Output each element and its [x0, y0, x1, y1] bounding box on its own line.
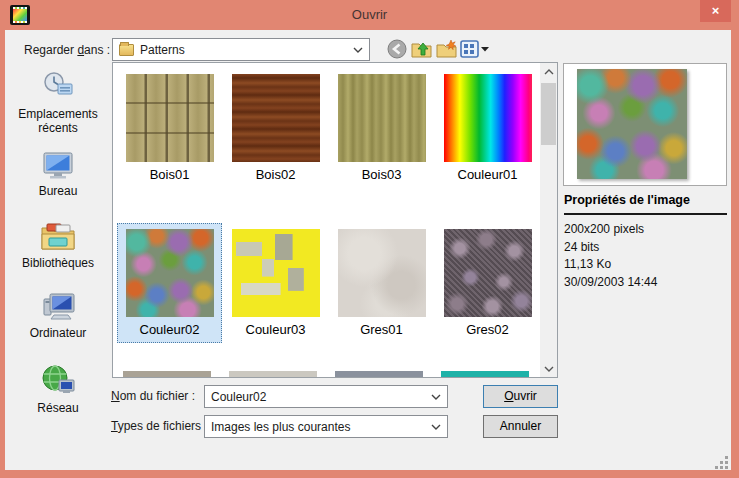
up-folder-icon	[411, 39, 432, 59]
file-name: Bois02	[229, 167, 322, 182]
chevron-down-icon	[431, 394, 441, 400]
close-button[interactable]: ×	[700, 0, 731, 22]
file-thumbnail-gres01	[338, 229, 426, 317]
dialog-body: Regarder dans : Patterns	[5, 30, 731, 470]
file-thumbnail-couleur01	[444, 74, 532, 162]
property-date: 30/09/2003 14:44	[564, 274, 727, 292]
chevron-down-icon	[353, 47, 363, 53]
partial-thumbnail[interactable]	[335, 371, 423, 378]
new-folder-icon	[436, 39, 457, 59]
preview-box	[563, 63, 727, 186]
file-item-selected[interactable]: Couleur02	[117, 223, 222, 343]
scrollbar-thumb[interactable]	[541, 83, 556, 145]
desktop-icon	[41, 151, 75, 181]
scroll-down-button[interactable]	[540, 360, 557, 377]
property-file-size: 11,13 Ko	[564, 256, 727, 274]
back-icon	[387, 39, 407, 59]
file-item[interactable]: Bois01	[117, 68, 222, 188]
sidebar-item-label: Ordinateur	[8, 326, 108, 340]
computer-icon	[40, 291, 76, 323]
partial-thumbnail[interactable]	[123, 371, 211, 378]
filetype-label: Types de fichiers :	[111, 415, 208, 438]
resize-grip[interactable]	[715, 456, 728, 469]
file-list[interactable]: Bois01 Bois02 Bois03 Couleur01 Couleur02…	[112, 62, 558, 378]
file-thumbnail-bois01	[126, 74, 214, 162]
close-icon: ×	[712, 3, 720, 18]
file-name: Couleur01	[441, 167, 534, 182]
filename-input[interactable]: Couleur02	[204, 385, 448, 408]
file-thumbnail-couleur02	[126, 229, 214, 317]
file-item[interactable]: Gres02	[435, 223, 540, 343]
sidebar-item-network[interactable]: Réseau	[8, 364, 108, 415]
title-bar[interactable]: Ouvrir ×	[0, 0, 739, 30]
file-name: Couleur03	[229, 322, 322, 337]
file-name: Bois01	[123, 167, 216, 182]
chevron-down-icon	[544, 366, 554, 372]
sidebar-item-label: Bureau	[8, 184, 108, 198]
file-name: Couleur02	[123, 322, 216, 337]
up-one-level-button[interactable]	[410, 38, 432, 60]
sidebar-item-libraries[interactable]: Bibliothèques	[8, 221, 108, 270]
filetype-value: Images les plus courantes	[211, 420, 350, 434]
sidebar-item-label: Réseau	[8, 401, 108, 415]
properties-heading: Propriétés de l'image	[564, 193, 727, 207]
file-item[interactable]: Couleur01	[435, 68, 540, 188]
file-thumbnail-bois02	[232, 74, 320, 162]
look-in-label: Regarder dans :	[24, 43, 110, 57]
folder-icon	[119, 44, 134, 56]
sidebar-item-label: Bibliothèques	[8, 256, 108, 270]
filename-value: Couleur02	[211, 390, 266, 404]
view-menu-icon	[460, 40, 479, 58]
partial-thumbnail[interactable]	[229, 371, 317, 378]
open-dialog-window: Ouvrir × Regarder dans : Patterns	[0, 0, 739, 478]
property-bit-depth: 24 bits	[564, 239, 727, 257]
open-button[interactable]: Ouvrir	[483, 385, 558, 408]
vertical-scrollbar[interactable]	[540, 63, 557, 377]
property-dimensions: 200x200 pixels	[564, 221, 727, 239]
view-menu-button[interactable]	[459, 38, 491, 60]
file-item[interactable]: Bois02	[223, 68, 328, 188]
properties-divider	[564, 213, 727, 215]
chevron-up-icon	[544, 69, 554, 75]
sidebar-item-desktop[interactable]: Bureau	[8, 151, 108, 198]
file-name: Bois03	[335, 167, 428, 182]
back-button[interactable]	[386, 38, 408, 60]
properties-list: 200x200 pixels 24 bits 11,13 Ko 30/09/20…	[564, 221, 727, 291]
window-title: Ouvrir	[0, 0, 739, 30]
chevron-down-icon	[431, 424, 441, 430]
look-in-value: Patterns	[140, 43, 185, 57]
scroll-up-button[interactable]	[540, 63, 557, 80]
look-in-dropdown[interactable]: Patterns	[112, 38, 370, 61]
sidebar-item-computer[interactable]: Ordinateur	[8, 291, 108, 340]
file-thumbnail-gres02	[444, 229, 532, 317]
file-thumbnail-bois03	[338, 74, 426, 162]
sidebar-item-label: Emplacements récents	[8, 107, 108, 135]
network-icon	[40, 364, 76, 398]
file-name: Gres02	[441, 322, 534, 337]
file-item[interactable]: Couleur03	[223, 223, 328, 343]
recent-places-icon	[40, 70, 76, 104]
preview-image	[577, 69, 687, 179]
filename-label: Nom du fichier :	[111, 385, 195, 408]
filetype-dropdown[interactable]: Images les plus courantes	[204, 415, 448, 438]
sidebar-item-recent-places[interactable]: Emplacements récents	[8, 70, 108, 135]
partial-thumbnail[interactable]	[441, 371, 529, 378]
cancel-button[interactable]: Annuler	[483, 415, 558, 438]
chevron-down-icon	[481, 46, 490, 52]
file-item[interactable]: Bois03	[329, 68, 434, 188]
file-name: Gres01	[335, 322, 428, 337]
file-thumbnail-couleur03	[232, 229, 320, 317]
new-folder-button[interactable]	[435, 38, 457, 60]
libraries-icon	[40, 221, 76, 253]
file-item[interactable]: Gres01	[329, 223, 434, 343]
